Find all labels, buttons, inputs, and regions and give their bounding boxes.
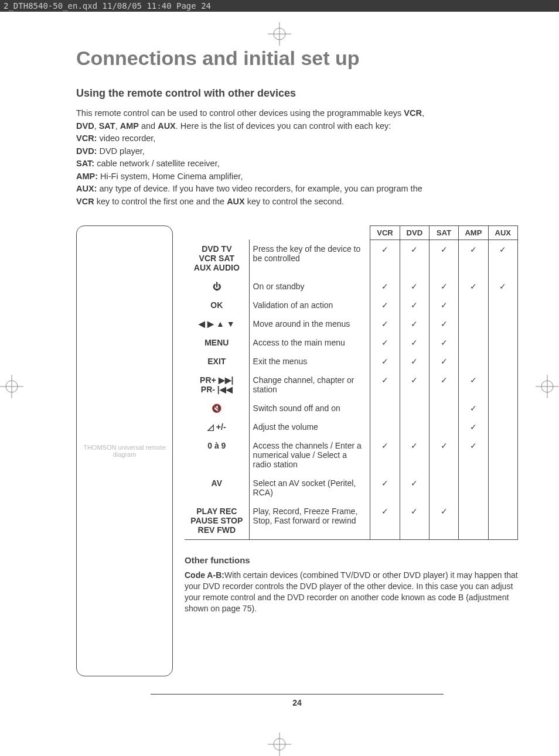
page-number: 24 [151, 694, 444, 707]
check-cell: ✓ [370, 240, 400, 277]
crop-mark-right [536, 375, 559, 398]
check-cell: ✓ [459, 436, 488, 474]
table-row: ◀ ▶ ▲ ▼Move around in the menus✓✓✓ [185, 314, 518, 333]
check-cell: ✓ [400, 333, 429, 352]
check-cell: ✓ [370, 352, 400, 371]
check-cell [429, 399, 458, 418]
check-cell [488, 296, 517, 314]
check-cell: ✓ [400, 314, 429, 333]
col-aux: AUX [488, 225, 517, 240]
check-cell: ✓ [429, 240, 458, 277]
table-row: MENUAccess to the main menu✓✓✓ [185, 333, 518, 352]
check-cell: ✓ [400, 352, 429, 371]
check-cell: ✓ [400, 371, 429, 399]
check-cell: ✓ [370, 371, 400, 399]
desc-cell: On or standby [249, 277, 370, 296]
check-cell [400, 418, 429, 436]
check-cell: ✓ [459, 371, 488, 399]
check-cell [488, 352, 517, 371]
check-cell: ✓ [400, 502, 429, 540]
check-cell: ✓ [370, 502, 400, 540]
crop-mark-top [268, 22, 291, 46]
check-cell [459, 333, 488, 352]
check-cell: ✓ [488, 240, 517, 277]
check-cell: ✓ [459, 277, 488, 296]
key-cell: ⏻ [185, 277, 249, 296]
key-cell: DVD TV VCR SAT AUX AUDIO [185, 240, 249, 277]
check-cell: ✓ [429, 371, 458, 399]
col-amp: AMP [459, 225, 488, 240]
check-cell: ✓ [400, 436, 429, 474]
key-cell: ◿ +/- [185, 418, 249, 436]
check-cell [370, 418, 400, 436]
check-cell [488, 502, 517, 540]
check-cell: ✓ [370, 314, 400, 333]
key-cell: MENU [185, 333, 249, 352]
check-cell: ✓ [429, 502, 458, 540]
key-cell: PR+ ▶▶| PR- |◀◀ [185, 371, 249, 399]
check-cell: ✓ [459, 418, 488, 436]
remote-diagram: THOMSON universal remote diagram [76, 225, 173, 676]
col-vcr: VCR [370, 225, 400, 240]
check-cell [488, 474, 517, 502]
check-cell: ✓ [429, 333, 458, 352]
key-cell: PLAY REC PAUSE STOP REV FWD [185, 502, 249, 540]
check-cell [488, 436, 517, 474]
check-cell: ✓ [400, 296, 429, 314]
check-cell [370, 399, 400, 418]
check-cell: ✓ [459, 240, 488, 277]
table-row: AVSelect an AV socket (Peritel, RCA)✓✓ [185, 474, 518, 502]
desc-cell: Switch sound off and on [249, 399, 370, 418]
check-cell [488, 418, 517, 436]
intro-text: This remote control can be used to contr… [76, 108, 518, 208]
desc-cell: Play, Record, Freeze Frame, Stop, Fast f… [249, 502, 370, 540]
other-functions: Other functions Code A-B:With certain de… [185, 555, 518, 614]
table-row: ◿ +/-Adjust the volume✓ [185, 418, 518, 436]
key-cell: ◀ ▶ ▲ ▼ [185, 314, 249, 333]
check-cell [488, 399, 517, 418]
check-cell [488, 314, 517, 333]
table-row: ⏻On or standby✓✓✓✓✓ [185, 277, 518, 296]
check-cell: ✓ [429, 277, 458, 296]
key-cell: 🔇 [185, 399, 249, 418]
desc-cell: Adjust the volume [249, 418, 370, 436]
function-table: VCR DVD SAT AMP AUX DVD TV VCR SAT AUX A… [185, 225, 518, 541]
table-row: 0 à 9Access the channels / Enter a numer… [185, 436, 518, 474]
table-row: DVD TV VCR SAT AUX AUDIOPress the key of… [185, 240, 518, 277]
check-cell: ✓ [400, 240, 429, 277]
table-row: PR+ ▶▶| PR- |◀◀Change channel, chapter o… [185, 371, 518, 399]
section-heading: Using the remote control with other devi… [76, 87, 518, 100]
key-cell: EXIT [185, 352, 249, 371]
check-cell: ✓ [370, 277, 400, 296]
desc-cell: Access to the main menu [249, 333, 370, 352]
check-cell [400, 399, 429, 418]
desc-cell: Validation of an action [249, 296, 370, 314]
col-dvd: DVD [400, 225, 429, 240]
crop-mark-left [0, 375, 23, 398]
key-cell: AV [185, 474, 249, 502]
check-cell [459, 296, 488, 314]
desc-cell: Press the key of the device to be contro… [249, 240, 370, 277]
check-cell [459, 314, 488, 333]
page-title: Connections and initial set up [76, 47, 518, 70]
check-cell [459, 352, 488, 371]
check-cell [429, 418, 458, 436]
check-cell: ✓ [429, 436, 458, 474]
file-header: 2_DTH8540-50_en.qxd 11/08/05 11:40 Page … [0, 0, 559, 12]
check-cell [459, 502, 488, 540]
check-cell: ✓ [429, 296, 458, 314]
other-heading: Other functions [185, 555, 518, 565]
check-cell: ✓ [370, 333, 400, 352]
check-cell: ✓ [370, 296, 400, 314]
desc-cell: Access the channels / Enter a numerical … [249, 436, 370, 474]
check-cell [488, 371, 517, 399]
desc-cell: Change channel, chapter or station [249, 371, 370, 399]
table-row: 🔇Switch sound off and on✓ [185, 399, 518, 418]
check-cell [429, 474, 458, 502]
check-cell [488, 333, 517, 352]
check-cell [459, 474, 488, 502]
desc-cell: Exit the menus [249, 352, 370, 371]
check-cell: ✓ [400, 277, 429, 296]
check-cell: ✓ [400, 474, 429, 502]
table-row: PLAY REC PAUSE STOP REV FWDPlay, Record,… [185, 502, 518, 540]
